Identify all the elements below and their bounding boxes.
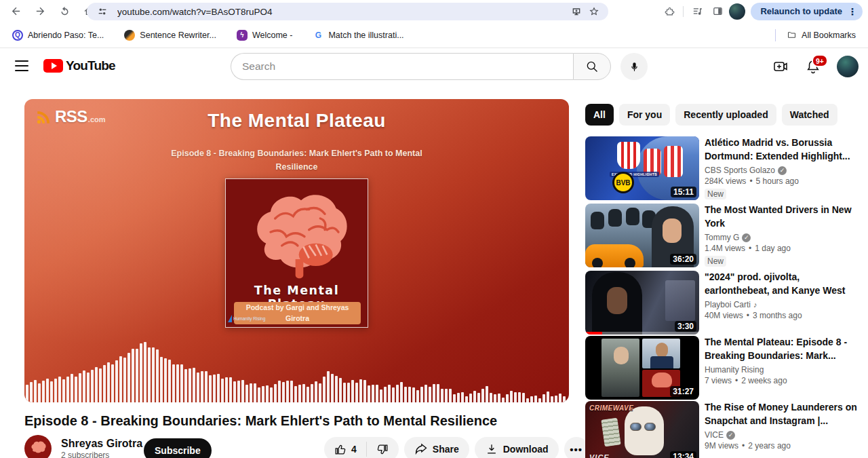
bookmark-favicon-shield-icon: ϟ [237, 30, 248, 41]
subscriber-count: 2 subscribers [61, 451, 142, 458]
watch-progress-bar [585, 332, 699, 335]
toolbar-separator [683, 6, 684, 17]
extensions-icon[interactable] [660, 3, 678, 20]
video-thumbnail: 3:30 [585, 271, 699, 335]
video-player[interactable]: RSS .com The Mental Plateau Episode 8 - … [24, 99, 569, 402]
bookmark-star-icon[interactable] [585, 3, 603, 20]
browser-menu-icon[interactable]: ⋮ [846, 3, 863, 20]
side-panel-icon[interactable] [709, 3, 726, 20]
bookmark-item[interactable]: Sentence Rewriter... [119, 27, 222, 43]
video-actions: 4 Share Download ••• [324, 437, 589, 458]
video-title: The Mental Plateau: Episode 8 - Breaking… [705, 336, 863, 362]
search-button[interactable] [573, 53, 611, 80]
share-button[interactable]: Share [404, 437, 469, 458]
meta-line: 7 views•2 weeks ago [705, 376, 863, 385]
chip-watched[interactable]: Watched [782, 104, 837, 126]
video-thumbnail: EXTENDED HIGHLIGHTS BVB 15:11 [585, 136, 699, 200]
like-button[interactable]: 4 [324, 437, 366, 458]
create-button[interactable] [772, 58, 789, 75]
humanity-rising-icon [228, 315, 232, 322]
dislike-button[interactable] [367, 437, 399, 458]
forward-icon[interactable] [30, 2, 50, 21]
search-input[interactable] [242, 60, 562, 73]
browser-toolbar: youtube.com/watch?v=BAsOT8ruPO4 Relaunch… [0, 0, 868, 22]
audio-waveform [24, 340, 569, 402]
video-title: The Rise of Money Launderers on Snapchat… [705, 401, 863, 427]
bookmarks-separator [775, 29, 776, 41]
address-bar[interactable]: youtube.com/watch?v=BAsOT8ruPO4 [87, 3, 608, 20]
relaunch-to-update-button[interactable]: Relaunch to update [751, 3, 846, 20]
like-count: 4 [351, 444, 357, 455]
search-icon [585, 60, 599, 73]
download-icon [485, 442, 498, 456]
user-avatar[interactable] [837, 56, 859, 77]
youtube-logo[interactable]: YouTube [43, 58, 115, 73]
recommended-video[interactable]: CRIMEWAVE VICE 13:34 The Rise of Money L… [585, 401, 863, 458]
recommended-video[interactable]: EXTENDED HIGHLIGHTS BVB 15:11 Atlético M… [585, 136, 863, 200]
site-settings-icon[interactable] [94, 3, 111, 20]
video-title: The Most Wanted Drivers in New York [705, 204, 863, 230]
bookmark-favicon-sphere-icon [124, 30, 135, 41]
recommended-video[interactable]: 3:30 "2024" prod. ojivolta, earlonthebea… [585, 271, 863, 335]
video-title: "2024" prod. ojivolta, earlonthebeat, an… [705, 271, 863, 297]
channel-name[interactable]: Shreyas Girotra [61, 438, 142, 450]
thumbs-up-icon [334, 443, 347, 456]
recommended-video[interactable]: 31:27 The Mental Plateau: Episode 8 - Br… [585, 336, 863, 400]
duration-badge: 31:27 [670, 386, 696, 397]
bookmark-favicon-google-icon: G [313, 30, 323, 41]
channel-line: Humanity Rising [705, 365, 863, 375]
atletico-crest-icon [617, 142, 640, 169]
vice-logo: VICE [589, 453, 610, 458]
all-bookmarks-button[interactable]: All Bookmarks [781, 27, 861, 43]
voice-search-button[interactable] [620, 53, 648, 80]
bookmark-item[interactable]: G Match the illustrati... [307, 27, 409, 43]
channel-line: CBS Sports Golazo✓ [705, 166, 863, 175]
youtube-play-icon [43, 59, 63, 73]
video-title: Episode 8 - Breaking Boundaries: Mark Eh… [24, 413, 567, 429]
verified-icon: ✓ [778, 166, 787, 175]
search-box [231, 53, 573, 80]
channel-line: Playboi Carti♪ [705, 300, 863, 309]
chip-all[interactable]: All [585, 104, 614, 126]
filter-chips: All For you Recently uploaded Watched [585, 104, 837, 126]
bookmark-item[interactable]: Q Abriendo Paso: Te... [7, 27, 109, 43]
browser-profile-avatar[interactable] [729, 3, 745, 20]
meta-line: 40M views•3 months ago [705, 311, 863, 320]
bookmark-favicon-q-icon: Q [12, 30, 23, 41]
music-note-icon: ♪ [753, 301, 757, 309]
recommended-video[interactable]: 36:20 The Most Wanted Drivers in New Yor… [585, 204, 863, 267]
notification-count-badge: 9+ [812, 54, 828, 67]
video-thumbnail: 31:27 [585, 336, 699, 400]
channel-line: VICE✓ [705, 430, 863, 440]
url-text[interactable]: youtube.com/watch?v=BAsOT8ruPO4 [117, 7, 568, 17]
reading-list-icon[interactable] [688, 3, 706, 20]
verified-icon: ✓ [726, 431, 735, 440]
meta-line: 284K views•5 hours ago [705, 176, 863, 186]
notifications-button[interactable]: 9+ [804, 58, 822, 75]
bvb-crest-icon: BVB [612, 172, 634, 193]
meta-line: 1.4M views•1 day ago [705, 244, 863, 253]
reload-icon[interactable] [54, 2, 75, 21]
channel-avatar[interactable] [24, 435, 52, 458]
duration-badge: 3:30 [675, 321, 696, 332]
chip-for-you[interactable]: For you [619, 104, 670, 126]
menu-icon[interactable] [15, 60, 28, 71]
new-badge: New [705, 256, 726, 267]
chip-recently-uploaded[interactable]: Recently uploaded [675, 104, 776, 126]
download-button[interactable]: Download [475, 437, 559, 458]
bookmark-item[interactable]: ϟ Welcome - [231, 27, 298, 43]
subscribe-button[interactable]: Subscribe [144, 438, 212, 458]
like-dislike-pill: 4 [324, 437, 399, 458]
crimewave-label: CRIMEWAVE [589, 404, 633, 412]
duration-badge: 15:11 [671, 187, 696, 197]
bookmarks-bar: Q Abriendo Paso: Te... Sentence Rewriter… [0, 22, 868, 48]
humanity-rising-logo: Humanity Rising [228, 315, 265, 322]
channel-line: Tommy G✓ [705, 233, 863, 242]
mic-icon [629, 61, 640, 73]
video-title: Atlético Madrid vs. Borussia Dortmund: E… [705, 136, 863, 163]
podcast-title: The Mental Plateau [24, 110, 569, 132]
install-app-icon[interactable] [568, 3, 585, 20]
share-icon [414, 442, 428, 456]
meta-line: 9M views•2 years ago [705, 441, 863, 451]
back-icon[interactable] [5, 2, 26, 21]
